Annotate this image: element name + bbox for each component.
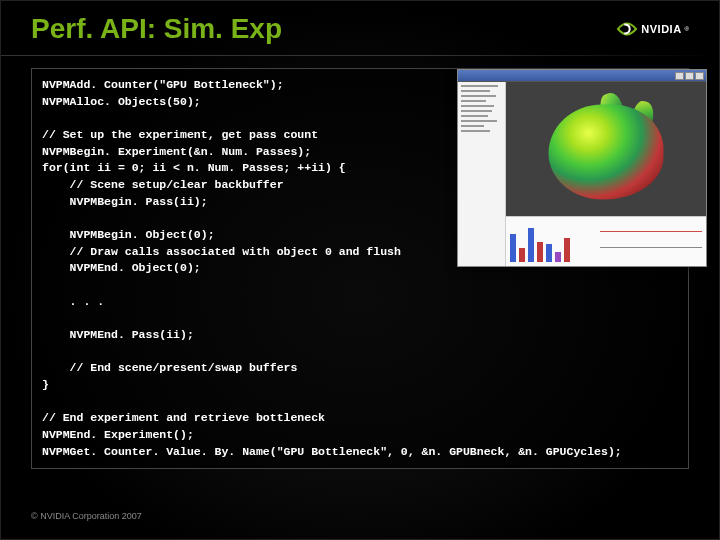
bar: [555, 252, 561, 262]
sidebar-row: [461, 115, 488, 117]
bar-chart: [506, 217, 596, 266]
sidebar-row: [461, 105, 494, 107]
bar: [528, 228, 534, 262]
sidebar-row: [461, 120, 497, 122]
logo-text: NVIDIA: [641, 23, 681, 35]
window-titlebar: [458, 70, 706, 82]
min-icon: [675, 72, 684, 80]
sidebar-row: [461, 100, 486, 102]
title-divider: [1, 55, 719, 56]
trend-line: [600, 247, 702, 248]
close-icon: [695, 72, 704, 80]
sidebar-row: [461, 85, 498, 87]
stanford-bunny: [549, 104, 664, 199]
sidebar-row: [461, 90, 490, 92]
nvidia-logo: NVIDIA®: [616, 20, 689, 38]
render-viewport: [506, 82, 706, 216]
slide-title: Perf. API: Sim. Exp: [31, 13, 282, 45]
sidebar-row: [461, 125, 484, 127]
bar: [519, 248, 525, 262]
bar: [564, 238, 570, 262]
window-body: [458, 82, 706, 266]
logo-registered: ®: [685, 26, 689, 32]
trend-graph: [596, 217, 706, 266]
nvidia-eye-icon: [616, 20, 638, 38]
bar: [510, 234, 516, 262]
main-panel: [506, 82, 706, 266]
title-bar: Perf. API: Sim. Exp NVIDIA®: [1, 1, 719, 51]
trend-line: [600, 231, 702, 232]
perfhud-screenshot: [457, 69, 707, 267]
sidebar-row: [461, 95, 496, 97]
copyright-text: © NVIDIA Corporation 2007: [31, 511, 142, 521]
max-icon: [685, 72, 694, 80]
sidebar-panel: [458, 82, 506, 266]
bar: [546, 244, 552, 262]
bar: [537, 242, 543, 262]
sidebar-row: [461, 110, 492, 112]
slide: Perf. API: Sim. Exp NVIDIA® NVPMAdd. Cou…: [0, 0, 720, 540]
metrics-panel: [506, 216, 706, 266]
sidebar-row: [461, 130, 490, 132]
